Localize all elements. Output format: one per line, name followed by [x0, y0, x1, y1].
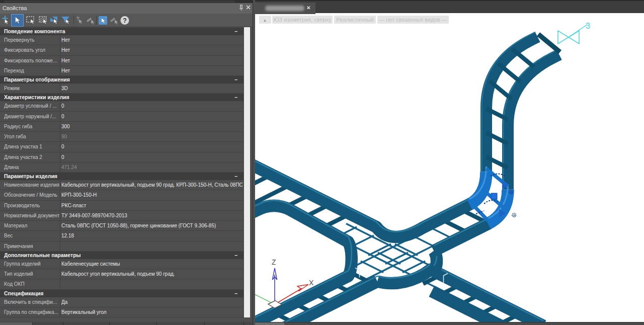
svg-text:Z: Z	[272, 258, 276, 266]
svg-text:X: X	[309, 279, 314, 287]
svg-text:3: 3	[586, 22, 590, 30]
